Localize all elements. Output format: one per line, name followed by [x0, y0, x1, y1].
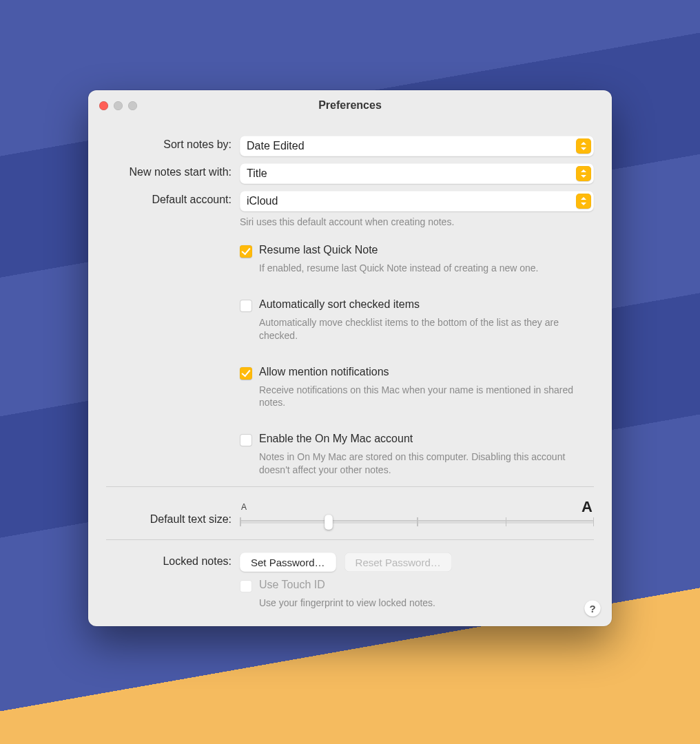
- label-autosort-checked: Automatically sort checked items: [259, 298, 420, 311]
- select-sort-notes[interactable]: Date Edited: [240, 136, 594, 156]
- label-resume-quicknote: Resume last Quick Note: [259, 244, 378, 256]
- chevron-updown-icon: [576, 138, 591, 154]
- label-text-size: Default text size:: [106, 504, 240, 526]
- help-mention-notifications: Receive notifications on this Mac when y…: [259, 384, 594, 410]
- select-new-notes-value: Title: [247, 167, 267, 180]
- select-default-account-value: iCloud: [247, 195, 278, 207]
- help-button[interactable]: ?: [584, 600, 601, 617]
- reset-password-button[interactable]: Reset Password…: [344, 552, 452, 572]
- preferences-window: Preferences Sort notes by: Date Edited N…: [88, 90, 612, 626]
- titlebar: Preferences: [88, 90, 612, 122]
- window-title: Preferences: [88, 99, 612, 112]
- window-controls: [99, 101, 137, 110]
- label-on-my-mac: Enable the On My Mac account: [259, 433, 413, 445]
- slider-text-size[interactable]: [240, 513, 594, 530]
- chevron-updown-icon: [576, 194, 591, 209]
- content: Sort notes by: Date Edited New notes sta…: [88, 122, 612, 626]
- label-new-notes: New notes start with:: [106, 163, 240, 178]
- label-locked-notes: Locked notes:: [106, 552, 240, 568]
- minimize-button[interactable]: [114, 101, 123, 110]
- checkbox-resume-quicknote[interactable]: [240, 245, 252, 258]
- help-on-my-mac: Notes in On My Mac are stored on this co…: [259, 451, 594, 477]
- slider-tick: [506, 517, 507, 526]
- help-resume-quicknote: If enabled, resume last Quick Note inste…: [259, 262, 594, 275]
- row-on-my-mac: Enable the On My Mac account Notes in On…: [106, 433, 594, 477]
- zoom-button[interactable]: [128, 101, 137, 110]
- row-mention-notifications: Allow mention notifications Receive noti…: [106, 366, 594, 424]
- row-new-notes: New notes start with: Title: [106, 163, 594, 184]
- checkbox-on-my-mac[interactable]: [240, 434, 252, 446]
- checkbox-mention-notifications[interactable]: [240, 367, 252, 380]
- slider-tick: [240, 517, 241, 526]
- label-touch-id: Use Touch ID: [259, 579, 325, 591]
- row-resume-quicknote: Resume last Quick Note If enabled, resum…: [106, 244, 594, 289]
- row-sort-notes: Sort notes by: Date Edited: [106, 136, 594, 156]
- checkbox-autosort-checked[interactable]: [240, 300, 252, 312]
- row-text-size: Default text size: A A: [106, 499, 594, 530]
- row-default-account: Default account: iCloud Siri uses this d…: [106, 191, 594, 229]
- close-button[interactable]: [99, 101, 108, 110]
- checkbox-touch-id: [240, 580, 252, 592]
- text-size-max-icon: A: [581, 502, 593, 512]
- divider: [106, 539, 594, 540]
- row-touch-id: Use Touch ID Use your fingerprint to vie…: [106, 579, 594, 610]
- slider-tick: [593, 517, 595, 526]
- divider: [106, 486, 594, 487]
- help-default-account: Siri uses this default account when crea…: [240, 216, 594, 229]
- slider-tick: [417, 517, 418, 526]
- select-sort-notes-value: Date Edited: [247, 140, 305, 152]
- row-locked-notes: Locked notes: Set Password… Reset Passwo…: [106, 552, 594, 572]
- label-sort-notes: Sort notes by:: [106, 136, 240, 151]
- help-autosort-checked: Automatically move checklist items to th…: [259, 316, 594, 342]
- text-size-min-icon: A: [241, 502, 247, 512]
- help-touch-id: Use your fingerprint to view locked note…: [259, 597, 594, 610]
- select-default-account[interactable]: iCloud: [240, 191, 594, 211]
- label-default-account: Default account:: [106, 191, 240, 206]
- row-autosort-checked: Automatically sort checked items Automat…: [106, 298, 594, 356]
- set-password-button[interactable]: Set Password…: [240, 552, 336, 572]
- select-new-notes[interactable]: Title: [240, 163, 594, 184]
- chevron-updown-icon: [576, 166, 591, 181]
- slider-knob[interactable]: [325, 515, 333, 530]
- label-mention-notifications: Allow mention notifications: [259, 366, 389, 378]
